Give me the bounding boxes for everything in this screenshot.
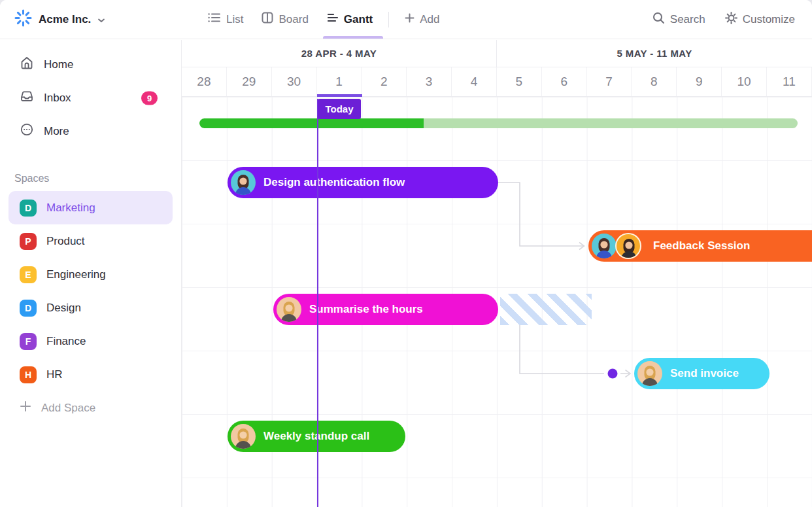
inbox-icon <box>20 89 34 107</box>
add-view-button[interactable]: Add <box>396 0 448 39</box>
tab-list[interactable]: List <box>199 0 252 39</box>
avatar <box>231 170 256 195</box>
tab-board[interactable]: Board <box>252 0 317 39</box>
day-cell-10[interactable]: 10 <box>722 67 767 96</box>
plus-icon <box>405 13 414 26</box>
avatar <box>231 424 256 449</box>
day-cell-11[interactable]: 11 <box>767 67 812 96</box>
topbar-actions: Search Customize <box>652 12 812 27</box>
week-range-2: 5 MAY - 11 MAY <box>497 40 812 67</box>
search-label: Search <box>670 13 705 26</box>
active-tab-underline <box>323 36 383 39</box>
gear-icon <box>725 12 737 27</box>
task-bar-feedback-session[interactable]: Feedback Session <box>588 230 812 262</box>
tab-list-label: List <box>226 13 243 26</box>
tab-board-label: Board <box>279 13 308 26</box>
sidebar-item-more[interactable]: More <box>0 114 181 148</box>
sidebar-space-design[interactable]: D Design <box>8 291 173 324</box>
task-bar-summarise-the-hours[interactable]: Summarise the hours <box>273 294 498 325</box>
home-icon <box>20 56 34 73</box>
day-cell-6[interactable]: 6 <box>542 67 587 96</box>
day-cell-4[interactable]: 4 <box>452 67 497 96</box>
add-space-button[interactable]: Add Space <box>8 391 173 425</box>
space-badge-design: D <box>20 300 37 317</box>
space-badge-engineering: E <box>20 266 37 283</box>
task-label: Feedback Session <box>653 239 750 253</box>
gantt-view-icon <box>327 12 339 26</box>
task-bar-weekly-standup-call[interactable]: Weekly standup call <box>228 421 405 452</box>
space-badge-product: P <box>20 233 37 250</box>
sidebar-item-home[interactable]: Home <box>0 48 181 81</box>
today-marker[interactable]: Today <box>318 99 361 119</box>
workspace-logo-icon <box>14 9 32 29</box>
task-label: Send invoice <box>670 367 739 380</box>
avatar <box>592 234 617 258</box>
workspace-name: Acme Inc. <box>39 13 91 26</box>
day-cell-8[interactable]: 8 <box>632 67 677 96</box>
gantt-week-header: 28 APR - 4 MAY 5 MAY - 11 MAY <box>182 40 812 67</box>
avatar <box>277 297 301 322</box>
task-label: Summarise the hours <box>309 303 423 316</box>
customize-label: Customize <box>743 13 795 26</box>
day-cell-28[interactable]: 28 <box>182 67 227 96</box>
space-badge-marketing: D <box>20 200 37 217</box>
sidebar: Home Inbox 9 More Spaces D Marketing P P… <box>0 40 182 507</box>
chevron-down-icon <box>97 14 105 26</box>
tab-separator <box>388 12 389 27</box>
space-label-hr: HR <box>46 368 63 381</box>
space-badge-hr: H <box>20 366 37 383</box>
add-space-label: Add Space <box>41 402 95 415</box>
tab-gantt-label: Gantt <box>344 13 373 26</box>
sidebar-space-engineering[interactable]: E Engineering <box>8 258 173 291</box>
space-label-engineering: Engineering <box>46 268 106 281</box>
sidebar-space-finance[interactable]: F Finance <box>8 324 173 358</box>
task-bar-send-invoice[interactable]: Send invoice <box>634 358 770 389</box>
day-cell-3[interactable]: 3 <box>407 67 452 96</box>
tab-gantt[interactable]: Gantt <box>318 0 382 39</box>
sidebar-item-inbox[interactable]: Inbox 9 <box>0 81 181 114</box>
more-ellipsis-icon <box>20 122 34 140</box>
workspace-switcher[interactable]: Acme Inc. <box>0 9 182 29</box>
week-range-1: 28 APR - 4 MAY <box>182 40 497 67</box>
space-label-product: Product <box>46 235 85 248</box>
search-icon <box>652 12 665 27</box>
sidebar-inbox-label: Inbox <box>44 92 71 105</box>
inbox-count-badge: 9 <box>141 91 158 105</box>
space-badge-finance: F <box>20 333 37 350</box>
sidebar-space-product[interactable]: P Product <box>8 224 173 258</box>
day-cell-29[interactable]: 29 <box>227 67 272 96</box>
day-cell-30[interactable]: 30 <box>272 67 317 96</box>
search-button[interactable]: Search <box>652 12 705 27</box>
list-view-icon <box>208 12 221 26</box>
board-view-icon <box>262 12 273 27</box>
avatar <box>615 233 641 259</box>
sidebar-space-hr[interactable]: H HR <box>8 358 173 391</box>
space-label-marketing: Marketing <box>46 201 95 215</box>
day-cell-1[interactable]: 1 <box>317 67 362 96</box>
gantt-day-header: 28 29 30 1 2 3 4 5 6 7 8 9 10 11 <box>182 67 812 97</box>
day-cell-5[interactable]: 5 <box>497 67 542 96</box>
sidebar-more-label: More <box>44 125 69 138</box>
spaces-section-header: Spaces <box>14 173 181 184</box>
customize-button[interactable]: Customize <box>725 12 795 27</box>
today-line <box>317 99 318 507</box>
gantt-panel: 28 APR - 4 MAY 5 MAY - 11 MAY 28 29 30 1… <box>182 40 812 507</box>
topbar: Acme Inc. List <box>0 0 812 39</box>
task-label: Design authentication flow <box>263 176 405 189</box>
task-bar-design-authentication-flow[interactable]: Design authentication flow <box>228 167 498 198</box>
add-view-label: Add <box>420 13 439 26</box>
space-label-finance: Finance <box>46 335 86 348</box>
day-cell-7[interactable]: 7 <box>587 67 632 96</box>
sidebar-home-label: Home <box>44 58 73 71</box>
day-cell-2[interactable]: 2 <box>362 67 407 96</box>
view-tabs: List Board <box>199 0 448 39</box>
plus-icon <box>20 400 31 415</box>
gantt-chart-body: Design authentication flow Feedback Sess… <box>182 97 812 507</box>
avatar <box>637 361 662 386</box>
day-cell-9[interactable]: 9 <box>677 67 722 96</box>
sidebar-space-marketing[interactable]: D Marketing <box>8 191 173 224</box>
space-label-design: Design <box>46 302 81 315</box>
app-window: Acme Inc. List <box>0 0 812 507</box>
dependency-dot <box>608 369 618 379</box>
